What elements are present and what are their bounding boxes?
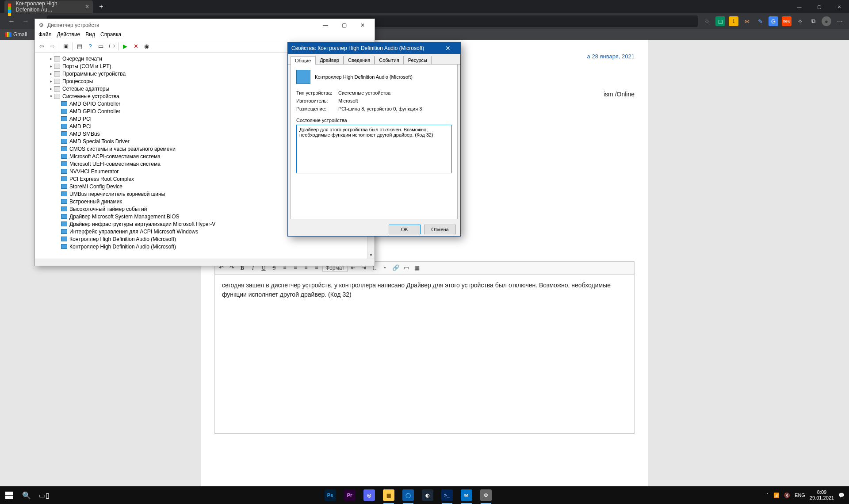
ext-icon-3[interactable]: ✉ xyxy=(742,16,752,26)
browser-minimize-button[interactable]: — xyxy=(789,0,809,13)
menu-view[interactable]: Вид xyxy=(85,31,95,40)
wifi-icon[interactable]: 📶 xyxy=(773,493,780,498)
mail-icon[interactable]: ✉ xyxy=(458,486,475,504)
tb-help-icon[interactable]: ? xyxy=(85,42,95,51)
tb-back-icon[interactable]: ⇦ xyxy=(37,42,46,51)
cancel-button[interactable]: Отмена xyxy=(424,225,456,234)
expander-icon[interactable]: ▸ xyxy=(48,64,54,69)
photoshop-icon[interactable]: Ps xyxy=(321,486,339,504)
menu-action[interactable]: Действие xyxy=(57,31,80,40)
windows-icon xyxy=(5,492,13,499)
back-button[interactable]: ← xyxy=(4,15,19,27)
prop-titlebar[interactable]: Свойства: Контроллер High Definition Aud… xyxy=(288,42,460,54)
tab-details[interactable]: Сведения xyxy=(344,56,375,64)
expander-icon[interactable]: ▸ xyxy=(48,56,54,61)
device-label: Интерфейс управления для ACPI Microsoft … xyxy=(69,229,198,235)
tab-general[interactable]: Общие xyxy=(291,56,315,65)
start-button[interactable] xyxy=(4,490,14,500)
ext-icon-1[interactable]: ◻ xyxy=(715,16,725,26)
prop-close-button[interactable]: ✕ xyxy=(439,42,457,54)
devmgr-icon[interactable]: ⚙ xyxy=(477,486,495,504)
collections-icon[interactable]: ⧉ xyxy=(808,16,818,26)
device-label: UMBus перечислитель корневой шины xyxy=(69,191,165,197)
new-tab-button[interactable]: + xyxy=(96,1,107,12)
scroll-down-icon[interactable]: ▼ xyxy=(367,251,375,259)
search-button[interactable]: 🔍 xyxy=(21,490,32,500)
menu-file[interactable]: Файл xyxy=(38,31,52,40)
category-label: Порты (COM и LPT) xyxy=(62,63,111,69)
forward-button[interactable]: → xyxy=(19,15,33,27)
profile-icon[interactable]: ● xyxy=(822,16,831,26)
toolbar-separator xyxy=(118,42,119,50)
tab-resources[interactable]: Ресурсы xyxy=(404,56,432,64)
explorer-icon[interactable]: ▆ xyxy=(380,486,398,504)
tab-events[interactable]: События xyxy=(375,56,403,64)
table-button[interactable]: ▦ xyxy=(412,263,422,273)
dm-window-controls: — ▢ ✕ xyxy=(316,20,372,30)
ext-icon-6[interactable]: new xyxy=(782,16,792,26)
dm-maximize-button[interactable]: ▢ xyxy=(335,20,353,30)
favorite-star-icon[interactable]: ☆ xyxy=(702,16,712,26)
unordered-list-button[interactable]: • xyxy=(380,263,390,273)
clock[interactable]: 8:09 29.01.2021 xyxy=(810,489,834,501)
image-button[interactable]: ▭ xyxy=(402,263,411,273)
device-label: Встроенный динамик xyxy=(69,199,122,205)
location-label: Размещение: xyxy=(296,106,338,111)
taskbar: 🔍 ▭▯ PsPr◎▆◯◐>_✉⚙ ˄ 📶 🔇 ENG 8:09 29.01.2… xyxy=(0,486,849,504)
link-button[interactable]: 🔗 xyxy=(391,263,401,273)
menu-help[interactable]: Справка xyxy=(100,31,121,40)
tree-device[interactable]: Контроллер High Definition Audio (Micros… xyxy=(35,243,375,250)
dm-minimize-button[interactable]: — xyxy=(316,20,335,30)
tb-disable-icon[interactable]: ✕ xyxy=(131,42,141,51)
bookmark-gmail[interactable]: Gmail xyxy=(5,31,27,38)
favorites-icon[interactable]: ✧ xyxy=(795,16,805,26)
tb-properties-icon[interactable]: ▤ xyxy=(75,42,84,51)
volume-icon[interactable]: 🔇 xyxy=(784,493,790,498)
tb-show-hide-icon[interactable]: ▣ xyxy=(61,42,71,51)
device-status-textarea[interactable]: Драйвер для этого устройства был отключе… xyxy=(296,125,452,173)
ext-icon-5[interactable]: G xyxy=(769,16,778,26)
prop-header: Контроллер High Definition Audio (Micros… xyxy=(296,70,452,84)
device-icon xyxy=(61,206,68,212)
ext-icon-2[interactable]: 1 xyxy=(729,16,738,26)
discord-icon[interactable]: ◎ xyxy=(360,486,378,504)
device-label: PCI Express Root Complex xyxy=(69,176,134,182)
browser-close-button[interactable]: ✕ xyxy=(829,0,849,13)
dm-titlebar[interactable]: ⚙ Диспетчер устройств — ▢ ✕ xyxy=(35,19,375,31)
expander-icon[interactable]: ▾ xyxy=(48,94,54,99)
dm-app-icon: ⚙ xyxy=(38,22,45,29)
tb-forward-icon[interactable]: ⇨ xyxy=(47,42,57,51)
tray-expand-icon[interactable]: ˄ xyxy=(766,493,769,498)
tb-monitor-icon[interactable]: 🖵 xyxy=(107,42,116,51)
browser-tab[interactable]: Контроллер High Defenition Au… ✕ xyxy=(4,0,93,13)
tb-enable-icon[interactable]: ▶ xyxy=(120,42,130,51)
powershell-icon[interactable]: >_ xyxy=(438,486,456,504)
device-icon xyxy=(61,131,68,137)
ok-button[interactable]: OK xyxy=(389,225,421,234)
ext-icon-4[interactable]: ✎ xyxy=(755,16,765,26)
browser-maximize-button[interactable]: ▢ xyxy=(809,0,829,13)
device-label: Высокоточный таймер событий xyxy=(69,206,147,212)
expander-icon[interactable]: ▸ xyxy=(48,86,54,91)
language-indicator[interactable]: ENG xyxy=(795,493,805,498)
expander-icon[interactable]: ▸ xyxy=(48,79,54,84)
editor-textarea[interactable]: сегодня зашел в диспетчер устройств, у к… xyxy=(214,275,635,434)
device-label: AMD SMBus xyxy=(69,131,100,137)
status-group-label: Состояние устройства xyxy=(296,118,452,123)
tab-close-icon[interactable]: ✕ xyxy=(85,4,89,10)
steam-icon[interactable]: ◐ xyxy=(419,486,436,504)
tab-driver[interactable]: Драйвер xyxy=(315,56,344,64)
properties-dialog: Свойства: Контроллер High Definition Aud… xyxy=(287,42,461,237)
premiere-icon[interactable]: Pr xyxy=(341,486,359,504)
task-view-button[interactable]: ▭▯ xyxy=(39,490,50,500)
notifications-icon[interactable]: 💬 xyxy=(838,493,845,498)
tb-scan-icon[interactable]: ▭ xyxy=(96,42,106,51)
tb-update-icon[interactable]: ◉ xyxy=(142,42,151,51)
category-icon xyxy=(54,86,61,92)
expander-icon[interactable]: ▸ xyxy=(48,71,54,76)
dm-close-button[interactable]: ✕ xyxy=(353,20,372,30)
dm-status-bar xyxy=(35,259,375,266)
menu-icon[interactable]: ⋯ xyxy=(835,16,845,26)
device-icon xyxy=(61,229,68,235)
edge-icon[interactable]: ◯ xyxy=(399,486,417,504)
